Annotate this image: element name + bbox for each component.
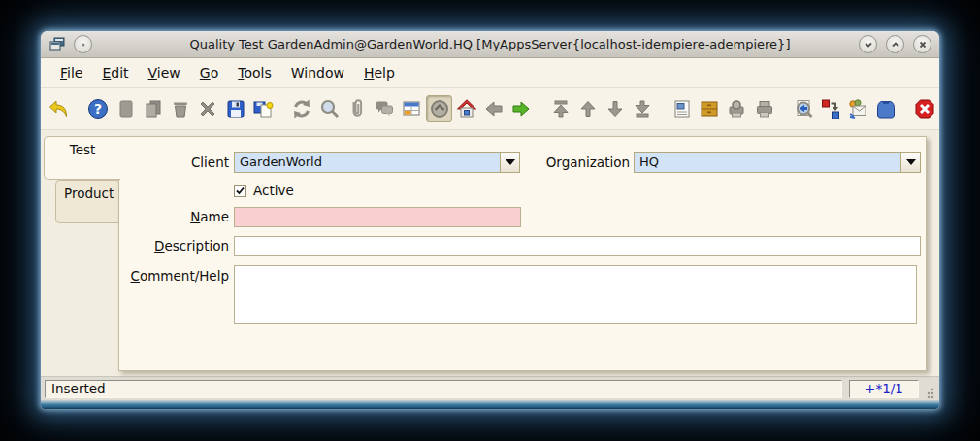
- print-icon: [753, 97, 776, 120]
- undo-button[interactable]: [47, 95, 72, 122]
- minimize-button[interactable]: [859, 35, 877, 53]
- statusbar: Inserted +*1/1: [41, 376, 939, 400]
- print-button[interactable]: [751, 95, 776, 122]
- close-icon: [917, 39, 929, 51]
- history-icon: [428, 97, 451, 120]
- chevron-up-icon: [890, 39, 901, 51]
- description-input[interactable]: [234, 236, 921, 256]
- titlebar: Quality Test GardenAdmin@GardenWorld.HQ …: [41, 31, 939, 58]
- menu-go[interactable]: Go: [190, 61, 228, 85]
- menubar: File Edit View Go Tools Window Help: [41, 58, 939, 88]
- organization-value: HQ: [635, 153, 900, 172]
- chevron-down-icon: [863, 39, 874, 51]
- active-label: Active: [253, 183, 294, 198]
- resize-grip[interactable]: [926, 383, 935, 400]
- workflow-icon: [819, 97, 842, 120]
- grid-toggle-button[interactable]: [399, 95, 424, 122]
- comment-help-label: Comment/Help: [119, 265, 229, 287]
- undo-icon: [48, 97, 71, 120]
- window-title: Quality Test GardenAdmin@GardenWorld.HQ …: [190, 37, 791, 51]
- requests-icon: [846, 97, 869, 120]
- tab-product[interactable]: Product: [55, 180, 119, 223]
- menu-edit[interactable]: Edit: [92, 61, 138, 85]
- next-record-button[interactable]: [603, 95, 628, 122]
- delete-record-button[interactable]: [168, 95, 193, 122]
- workflow-button[interactable]: [818, 95, 843, 122]
- record-indicator: +*1/1: [849, 380, 919, 398]
- print-preview-button[interactable]: [724, 95, 749, 122]
- description-label: Description: [119, 235, 229, 256]
- delete-record-icon: [169, 97, 192, 120]
- checkmark-icon: [235, 186, 245, 196]
- toolbar: ?: [41, 88, 939, 130]
- forward-icon: [509, 97, 533, 120]
- save-and-create-icon: [251, 97, 275, 120]
- first-record-button[interactable]: [548, 95, 573, 122]
- attachment-button[interactable]: [344, 95, 370, 122]
- requests-button[interactable]: [845, 95, 870, 122]
- organization-combobox[interactable]: HQ: [634, 152, 921, 173]
- zoom-across-button[interactable]: [791, 95, 816, 122]
- app-window: Quality Test GardenAdmin@GardenWorld.HQ …: [41, 31, 939, 409]
- grid-toggle-icon: [400, 97, 423, 120]
- comment-help-textarea[interactable]: [234, 265, 917, 324]
- window-workspace: Test Product Client GardenWorld Organiza…: [41, 130, 939, 376]
- archive-button[interactable]: [697, 95, 722, 122]
- report-button[interactable]: [670, 95, 695, 122]
- save-icon: [224, 97, 247, 120]
- window-pin-button[interactable]: [74, 35, 92, 53]
- forward-button[interactable]: [508, 95, 534, 122]
- delete-selection-button[interactable]: [195, 95, 220, 122]
- print-preview-icon: [725, 97, 748, 120]
- tab-test[interactable]: Test: [44, 136, 120, 180]
- product-info-icon: [874, 97, 898, 120]
- next-record-icon: [604, 97, 627, 120]
- save-and-create-button[interactable]: [250, 95, 276, 122]
- zoom-across-icon: [792, 97, 815, 120]
- copy-record-icon: [142, 97, 165, 120]
- organization-dropdown-button[interactable]: [900, 153, 920, 172]
- previous-record-icon: [576, 97, 600, 120]
- first-record-icon: [549, 97, 572, 120]
- attachment-icon: [345, 97, 369, 120]
- menu-tools[interactable]: Tools: [228, 61, 281, 85]
- organization-label: Organization: [507, 152, 630, 173]
- report-icon: [670, 97, 694, 120]
- tab-column: Test Product: [44, 136, 119, 223]
- menu-file[interactable]: File: [50, 61, 92, 85]
- active-checkbox[interactable]: [234, 185, 246, 197]
- status-message: Inserted: [45, 380, 842, 398]
- new-record-icon: [114, 97, 138, 120]
- delete-selection-icon: [196, 97, 219, 120]
- save-button[interactable]: [223, 95, 248, 122]
- product-info-button[interactable]: [872, 95, 898, 122]
- menu-help[interactable]: Help: [354, 61, 405, 85]
- menu-view[interactable]: View: [139, 61, 190, 85]
- history-button[interactable]: [426, 95, 451, 122]
- back-icon: [482, 97, 506, 120]
- name-input[interactable]: [234, 207, 521, 227]
- refresh-button[interactable]: [289, 95, 314, 122]
- help-button[interactable]: ?: [85, 95, 111, 122]
- copy-record-button[interactable]: [141, 95, 166, 122]
- find-icon: [318, 97, 342, 120]
- chat-button[interactable]: [372, 95, 397, 122]
- client-value: GardenWorld: [235, 153, 500, 172]
- close-button[interactable]: [913, 35, 931, 53]
- form-panel: Client GardenWorld Organization HQ Activ…: [118, 136, 927, 371]
- svg-text:?: ?: [94, 101, 102, 117]
- client-label: Client: [119, 152, 229, 173]
- end-window-button[interactable]: [912, 95, 937, 122]
- previous-record-button[interactable]: [575, 95, 601, 122]
- menu-window[interactable]: Window: [281, 61, 354, 85]
- home-button[interactable]: [454, 95, 479, 122]
- client-combobox[interactable]: GardenWorld: [234, 152, 520, 173]
- find-button[interactable]: [316, 95, 342, 122]
- window-menu-icon[interactable]: [49, 36, 66, 53]
- new-record-button[interactable]: [114, 95, 139, 122]
- maximize-button[interactable]: [886, 35, 904, 53]
- help-icon: ?: [86, 97, 110, 120]
- back-button[interactable]: [481, 95, 506, 122]
- archive-icon: [698, 97, 721, 120]
- last-record-button[interactable]: [630, 95, 655, 122]
